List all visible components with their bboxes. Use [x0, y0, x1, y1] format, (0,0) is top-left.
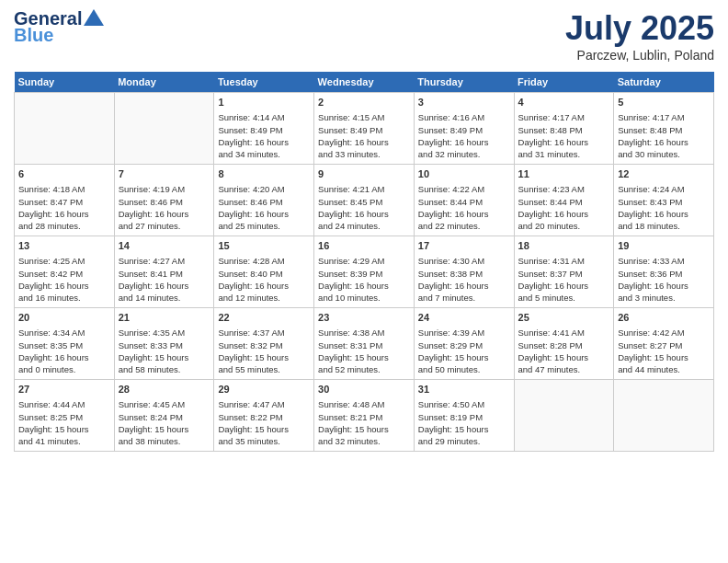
- cell-text: and 35 minutes.: [218, 435, 310, 447]
- cell-text: Sunrise: 4:35 AM: [119, 327, 210, 339]
- cell-text: Sunset: 8:33 PM: [119, 339, 210, 351]
- calendar-week-row: 13Sunrise: 4:25 AMSunset: 8:42 PMDayligh…: [15, 236, 714, 308]
- cell-text: Daylight: 16 hours: [18, 280, 110, 292]
- cell-text: and 12 minutes.: [218, 292, 310, 304]
- cell-text: Daylight: 16 hours: [18, 351, 110, 363]
- cell-text: Daylight: 15 hours: [119, 423, 210, 435]
- cell-text: and 7 minutes.: [418, 292, 510, 304]
- calendar-cell: 3Sunrise: 4:16 AMSunset: 8:49 PMDaylight…: [414, 93, 514, 165]
- cell-text: Sunrise: 4:50 AM: [418, 398, 510, 410]
- day-number: 21: [119, 311, 210, 325]
- logo-blue: Blue: [14, 25, 53, 45]
- calendar-week-row: 20Sunrise: 4:34 AMSunset: 8:35 PMDayligh…: [15, 308, 714, 380]
- cell-text: Sunrise: 4:16 AM: [418, 111, 510, 123]
- cell-text: Sunrise: 4:22 AM: [418, 183, 510, 195]
- cell-text: Sunset: 8:19 PM: [418, 411, 510, 423]
- cell-text: Sunrise: 4:45 AM: [119, 398, 210, 410]
- cell-text: Sunrise: 4:48 AM: [318, 398, 410, 410]
- calendar-cell: 22Sunrise: 4:37 AMSunset: 8:32 PMDayligh…: [214, 308, 314, 380]
- cell-text: Daylight: 15 hours: [218, 423, 310, 435]
- cell-text: and 32 minutes.: [418, 148, 510, 160]
- cell-text: Daylight: 16 hours: [518, 136, 610, 148]
- cell-text: Sunrise: 4:38 AM: [318, 327, 410, 339]
- cell-text: and 29 minutes.: [418, 435, 510, 447]
- cell-text: Sunset: 8:44 PM: [518, 196, 610, 208]
- cell-text: Sunrise: 4:44 AM: [18, 398, 110, 410]
- cell-text: Sunset: 8:31 PM: [318, 339, 410, 351]
- cell-text: and 52 minutes.: [318, 363, 410, 375]
- header-friday: Friday: [514, 72, 614, 93]
- calendar-cell: 28Sunrise: 4:45 AMSunset: 8:24 PMDayligh…: [114, 380, 214, 452]
- day-number: 28: [119, 383, 210, 396]
- cell-text: Sunrise: 4:23 AM: [518, 183, 610, 195]
- day-number: 19: [618, 239, 710, 253]
- cell-text: Daylight: 16 hours: [218, 136, 310, 148]
- day-number: 6: [18, 167, 110, 181]
- cell-text: Sunrise: 4:28 AM: [218, 255, 310, 267]
- cell-text: Sunset: 8:36 PM: [618, 268, 710, 280]
- header-tuesday: Tuesday: [214, 72, 314, 93]
- calendar-cell: 31Sunrise: 4:50 AMSunset: 8:19 PMDayligh…: [414, 380, 514, 452]
- cell-text: and 30 minutes.: [618, 148, 710, 160]
- calendar-cell: 23Sunrise: 4:38 AMSunset: 8:31 PMDayligh…: [314, 308, 415, 380]
- cell-text: and 0 minutes.: [18, 363, 110, 375]
- calendar-cell: 7Sunrise: 4:19 AMSunset: 8:46 PMDaylight…: [114, 165, 214, 236]
- calendar-cell: 12Sunrise: 4:24 AMSunset: 8:43 PMDayligh…: [614, 165, 714, 236]
- cell-text: and 22 minutes.: [418, 220, 510, 232]
- cell-text: Sunrise: 4:21 AM: [318, 183, 410, 195]
- cell-text: and 16 minutes.: [18, 292, 110, 304]
- calendar-cell: 17Sunrise: 4:30 AMSunset: 8:38 PMDayligh…: [414, 236, 514, 308]
- calendar-cell: 25Sunrise: 4:41 AMSunset: 8:28 PMDayligh…: [514, 308, 614, 380]
- calendar-cell: 6Sunrise: 4:18 AMSunset: 8:47 PMDaylight…: [15, 165, 115, 236]
- cell-text: and 5 minutes.: [518, 292, 610, 304]
- calendar-cell: 9Sunrise: 4:21 AMSunset: 8:45 PMDaylight…: [314, 165, 415, 236]
- cell-text: Daylight: 15 hours: [418, 351, 510, 363]
- header: General Blue July 2025 Parczew, Lublin, …: [14, 9, 714, 63]
- cell-text: Sunrise: 4:34 AM: [18, 327, 110, 339]
- cell-text: Sunset: 8:37 PM: [518, 268, 610, 280]
- cell-text: and 41 minutes.: [18, 435, 110, 447]
- cell-text: and 33 minutes.: [318, 148, 410, 160]
- cell-text: and 32 minutes.: [318, 435, 410, 447]
- header-monday: Monday: [114, 72, 214, 93]
- logo-icon: [84, 9, 104, 26]
- cell-text: and 58 minutes.: [119, 363, 210, 375]
- cell-text: and 47 minutes.: [518, 363, 610, 375]
- cell-text: and 18 minutes.: [618, 220, 710, 232]
- day-number: 29: [218, 383, 310, 396]
- cell-text: Sunset: 8:44 PM: [418, 196, 510, 208]
- calendar-cell: [614, 380, 714, 452]
- logo-block: General Blue: [14, 9, 104, 45]
- cell-text: Sunset: 8:22 PM: [218, 411, 310, 423]
- cell-text: Daylight: 16 hours: [518, 280, 610, 292]
- calendar-cell: 24Sunrise: 4:39 AMSunset: 8:29 PMDayligh…: [414, 308, 514, 380]
- cell-text: Sunset: 8:49 PM: [218, 124, 310, 136]
- calendar-cell: 11Sunrise: 4:23 AMSunset: 8:44 PMDayligh…: [514, 165, 614, 236]
- cell-text: Daylight: 16 hours: [618, 280, 710, 292]
- cell-text: Sunset: 8:29 PM: [418, 339, 510, 351]
- cell-text: Sunset: 8:48 PM: [518, 124, 610, 136]
- day-number: 3: [418, 96, 510, 109]
- day-number: 17: [418, 239, 510, 253]
- cell-text: Daylight: 15 hours: [318, 423, 410, 435]
- cell-text: Sunrise: 4:25 AM: [18, 255, 110, 267]
- cell-text: Sunset: 8:46 PM: [218, 196, 310, 208]
- cell-text: Sunrise: 4:42 AM: [618, 327, 710, 339]
- cell-text: Sunrise: 4:31 AM: [518, 255, 610, 267]
- calendar-table: Sunday Monday Tuesday Wednesday Thursday…: [14, 72, 714, 452]
- calendar-week-row: 6Sunrise: 4:18 AMSunset: 8:47 PMDaylight…: [15, 165, 714, 236]
- cell-text: Daylight: 16 hours: [418, 280, 510, 292]
- cell-text: Daylight: 16 hours: [418, 136, 510, 148]
- cell-text: Sunrise: 4:41 AM: [518, 327, 610, 339]
- calendar-cell: 15Sunrise: 4:28 AMSunset: 8:40 PMDayligh…: [214, 236, 314, 308]
- weekday-header-row: Sunday Monday Tuesday Wednesday Thursday…: [15, 72, 714, 93]
- calendar-cell: 2Sunrise: 4:15 AMSunset: 8:49 PMDaylight…: [314, 93, 415, 165]
- day-number: 27: [18, 383, 110, 396]
- calendar-cell: 26Sunrise: 4:42 AMSunset: 8:27 PMDayligh…: [614, 308, 714, 380]
- cell-text: Daylight: 16 hours: [618, 208, 710, 220]
- cell-text: Daylight: 15 hours: [418, 423, 510, 435]
- cell-text: Sunrise: 4:19 AM: [119, 183, 210, 195]
- day-number: 2: [318, 96, 410, 109]
- calendar-cell: 13Sunrise: 4:25 AMSunset: 8:42 PMDayligh…: [15, 236, 115, 308]
- calendar-cell: 29Sunrise: 4:47 AMSunset: 8:22 PMDayligh…: [214, 380, 314, 452]
